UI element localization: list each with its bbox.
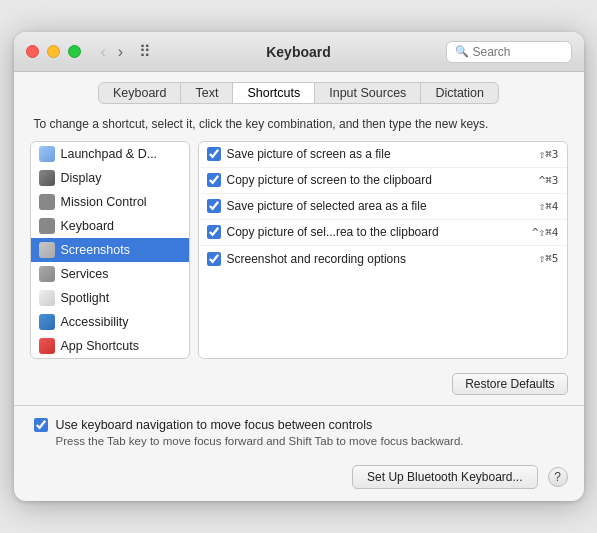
sidebar-item-launchpad[interactable]: Launchpad & D... — [31, 142, 189, 166]
shortcut-row-2: Save picture of selected area as a file … — [199, 194, 567, 220]
sidebar-item-label: Display — [61, 171, 102, 185]
restore-defaults-button[interactable]: Restore Defaults — [452, 373, 567, 395]
shortcut-key-0: ⇧⌘3 — [539, 148, 559, 161]
shortcut-key-4: ⇧⌘5 — [539, 252, 559, 265]
minimize-button[interactable] — [47, 45, 60, 58]
sidebar-item-label: Services — [61, 267, 109, 281]
keyboard-window: ‹ › ⠿ Keyboard 🔍 Keyboard Text Shortcuts… — [14, 32, 584, 501]
sidebar-item-label: Spotlight — [61, 291, 110, 305]
content-area: Launchpad & D... Display Mission Control… — [14, 141, 584, 367]
sidebar-item-app-shortcuts[interactable]: App Shortcuts — [31, 334, 189, 358]
sidebar-item-spotlight[interactable]: Spotlight — [31, 286, 189, 310]
keyboard-navigation-checkbox[interactable] — [34, 418, 48, 432]
sidebar-item-label: App Shortcuts — [61, 339, 140, 353]
shortcut-name-0: Save picture of screen as a file — [227, 147, 533, 161]
nav-buttons: ‹ › — [97, 42, 128, 62]
shortcut-name-2: Save picture of selected area as a file — [227, 199, 533, 213]
sidebar-item-mission-control[interactable]: Mission Control — [31, 190, 189, 214]
footer-bar: Set Up Bluetooth Keyboard... ? — [14, 457, 584, 501]
shortcut-checkbox-0[interactable] — [207, 147, 221, 161]
sidebar-item-label: Screenshots — [61, 243, 130, 257]
tab-keyboard[interactable]: Keyboard — [98, 82, 182, 104]
keyboard-navigation-label: Use keyboard navigation to move focus be… — [56, 418, 373, 432]
forward-button[interactable]: › — [114, 42, 127, 62]
sidebar-item-accessibility[interactable]: Accessibility — [31, 310, 189, 334]
keyboard-icon — [39, 218, 55, 234]
titlebar: ‹ › ⠿ Keyboard 🔍 — [14, 32, 584, 72]
sidebar-item-services[interactable]: Services — [31, 262, 189, 286]
shortcuts-panel: Save picture of screen as a file ⇧⌘3 Cop… — [198, 141, 568, 359]
sidebar-item-label: Accessibility — [61, 315, 129, 329]
shortcut-row-4: Screenshot and recording options ⇧⌘5 — [199, 246, 567, 272]
divider — [14, 405, 584, 406]
maximize-button[interactable] — [68, 45, 81, 58]
sidebar: Launchpad & D... Display Mission Control… — [30, 141, 190, 359]
shortcut-checkbox-1[interactable] — [207, 173, 221, 187]
search-input[interactable] — [473, 45, 563, 59]
search-icon: 🔍 — [455, 45, 469, 58]
tab-text[interactable]: Text — [181, 82, 233, 104]
shortcut-row-0: Save picture of screen as a file ⇧⌘3 — [199, 142, 567, 168]
launchpad-icon — [39, 146, 55, 162]
screenshots-icon — [39, 242, 55, 258]
sidebar-item-keyboard[interactable]: Keyboard — [31, 214, 189, 238]
shortcut-name-1: Copy picture of screen to the clipboard — [227, 173, 533, 187]
sidebar-item-label: Mission Control — [61, 195, 147, 209]
setup-bluetooth-button[interactable]: Set Up Bluetooth Keyboard... — [352, 465, 537, 489]
shortcut-row-3: Copy picture of sel...rea to the clipboa… — [199, 220, 567, 246]
grid-icon: ⠿ — [139, 42, 151, 61]
tabs-bar: Keyboard Text Shortcuts Input Sources Di… — [14, 72, 584, 110]
services-icon — [39, 266, 55, 282]
close-button[interactable] — [26, 45, 39, 58]
tab-input-sources[interactable]: Input Sources — [315, 82, 421, 104]
back-button[interactable]: ‹ — [97, 42, 110, 62]
instruction-text: To change a shortcut, select it, click t… — [14, 110, 584, 141]
appshortcuts-icon — [39, 338, 55, 354]
shortcut-name-3: Copy picture of sel...rea to the clipboa… — [227, 225, 527, 239]
navigation-checkbox-row: Use keyboard navigation to move focus be… — [34, 418, 564, 432]
shortcut-key-1: ^⌘3 — [539, 174, 559, 187]
shortcut-checkbox-3[interactable] — [207, 225, 221, 239]
sidebar-item-label: Launchpad & D... — [61, 147, 158, 161]
shortcut-row-1: Copy picture of screen to the clipboard … — [199, 168, 567, 194]
sidebar-item-display[interactable]: Display — [31, 166, 189, 190]
mission-control-icon — [39, 194, 55, 210]
shortcut-name-4: Screenshot and recording options — [227, 252, 533, 266]
sidebar-item-label: Keyboard — [61, 219, 115, 233]
bottom-section: Use keyboard navigation to move focus be… — [14, 410, 584, 457]
keyboard-navigation-note: Press the Tab key to move focus forward … — [34, 435, 564, 447]
spotlight-icon — [39, 290, 55, 306]
shortcut-checkbox-4[interactable] — [207, 252, 221, 266]
help-button[interactable]: ? — [548, 467, 568, 487]
sidebar-item-screenshots[interactable]: Screenshots — [31, 238, 189, 262]
shortcut-key-2: ⇧⌘4 — [539, 200, 559, 213]
window-title: Keyboard — [266, 44, 331, 60]
shortcut-checkbox-2[interactable] — [207, 199, 221, 213]
traffic-lights — [26, 45, 81, 58]
search-box[interactable]: 🔍 — [446, 41, 572, 63]
display-icon — [39, 170, 55, 186]
accessibility-icon — [39, 314, 55, 330]
tab-dictation[interactable]: Dictation — [421, 82, 499, 104]
shortcut-key-3: ^⇧⌘4 — [532, 226, 559, 239]
tab-shortcuts[interactable]: Shortcuts — [233, 82, 315, 104]
restore-row: Restore Defaults — [14, 367, 584, 401]
